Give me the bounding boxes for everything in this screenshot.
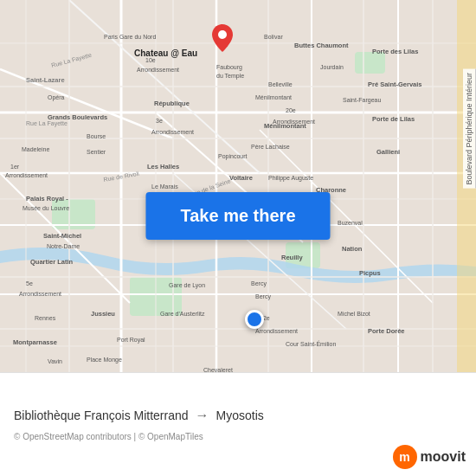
svg-text:1er: 1er [10, 164, 20, 170]
svg-text:Ménilmontant: Ménilmontant [264, 122, 306, 130]
svg-text:Bercy: Bercy [255, 293, 271, 300]
svg-text:Faubourg: Faubourg [216, 64, 242, 71]
bottom-bar: Bibliothèque François Mitterrand → Myoso… [0, 372, 476, 476]
svg-text:Bercy: Bercy [251, 280, 267, 287]
svg-text:Buzenval: Buzenval [338, 220, 363, 226]
svg-text:Popincourt: Popincourt [218, 153, 248, 160]
svg-text:Madeleine: Madeleine [22, 146, 49, 152]
svg-text:Bolívar: Bolívar [264, 34, 283, 40]
svg-text:Notre-Dame: Notre-Dame [47, 243, 80, 249]
svg-text:Philippe Auguste: Philippe Auguste [268, 175, 313, 182]
svg-text:Porte Dorée: Porte Dorée [368, 327, 405, 335]
svg-text:Cour Saint-Émilion: Cour Saint-Émilion [286, 340, 336, 347]
moovit-icon: m [393, 445, 417, 469]
svg-text:Arrondissement: Arrondissement [19, 291, 61, 297]
svg-text:10e: 10e [145, 57, 156, 63]
svg-text:Michel Bizot: Michel Bizot [338, 311, 370, 317]
svg-text:Rennes: Rennes [35, 315, 56, 321]
svg-text:Palais Royal -: Palais Royal - [26, 195, 68, 203]
svg-text:Port Royal: Port Royal [117, 337, 145, 344]
svg-text:Nation: Nation [342, 245, 363, 253]
svg-text:Sentier: Sentier [87, 149, 106, 155]
svg-text:Jourdain: Jourdain [320, 64, 344, 70]
from-label: Bibliothèque François Mitterrand [14, 408, 189, 422]
svg-text:Opéra: Opéra [48, 94, 65, 101]
to-label: Myosotis [216, 408, 264, 422]
svg-text:Place Monge: Place Monge [87, 357, 122, 363]
svg-text:3e: 3e [156, 118, 163, 124]
svg-text:Voltaire: Voltaire [229, 174, 253, 182]
svg-text:République: République [154, 100, 190, 107]
svg-text:Quartier Latin: Quartier Latin [30, 258, 74, 266]
svg-text:Pré Saint-Gervais: Pré Saint-Gervais [368, 80, 422, 88]
svg-text:du Temple: du Temple [216, 73, 244, 80]
svg-text:Jussieu: Jussieu [91, 310, 115, 318]
svg-text:Arrondissement: Arrondissement [255, 328, 298, 334]
moovit-logo: m moovit [393, 445, 466, 469]
map-container: Rue La Fayette Rue de Rivoli Rue de la S… [0, 0, 476, 372]
svg-text:Les Halles: Les Halles [147, 163, 179, 170]
origin-pin [212, 24, 233, 52]
moovit-text: moovit [421, 449, 466, 465]
svg-text:Musée du Louvre: Musée du Louvre [23, 205, 69, 211]
svg-text:Grands Boulevards: Grands Boulevards [48, 113, 107, 121]
svg-text:Rue La Fayette: Rue La Fayette [26, 120, 68, 127]
svg-text:Père Lachaise: Père Lachaise [251, 144, 290, 150]
route-arrow-icon: → [196, 408, 209, 423]
svg-text:Paris Gare du Nord: Paris Gare du Nord [104, 34, 156, 40]
svg-text:Le Marais: Le Marais [151, 183, 178, 190]
svg-text:Montparnasse: Montparnasse [13, 338, 57, 346]
svg-text:Bourse: Bourse [87, 133, 106, 139]
svg-text:Ménilmontant: Ménilmontant [255, 94, 292, 100]
svg-text:Buttes Chaumont: Buttes Chaumont [294, 42, 349, 49]
svg-text:Belleville: Belleville [268, 81, 293, 87]
side-label: Boulevard Périphérique Intérieur [463, 69, 476, 189]
svg-text:Gare de Lyon: Gare de Lyon [169, 282, 205, 289]
svg-text:Saint-Fargeau: Saint-Fargeau [343, 97, 381, 104]
svg-text:Arrondissement: Arrondissement [151, 129, 194, 135]
take-me-there-button[interactable]: Take me there [145, 192, 330, 240]
svg-text:Porte de Lilas: Porte de Lilas [372, 115, 415, 123]
svg-text:Chevaleret: Chevaleret [203, 367, 233, 372]
svg-text:Picpus: Picpus [359, 269, 381, 277]
svg-text:20e: 20e [286, 107, 296, 113]
attribution: © OpenStreetMap contributors | © OpenMap… [14, 432, 462, 441]
svg-text:Arrondissement: Arrondissement [137, 67, 179, 73]
destination-pin [245, 310, 264, 329]
svg-text:Arrondissement: Arrondissement [5, 172, 48, 178]
svg-text:Porte des Lilas: Porte des Lilas [372, 48, 418, 55]
svg-text:Gare d'Austerlitz: Gare d'Austerlitz [160, 311, 205, 317]
route-row: Bibliothèque François Mitterrand → Myoso… [14, 408, 462, 423]
svg-text:5e: 5e [26, 280, 33, 286]
svg-text:Reuilly: Reuilly [281, 254, 303, 261]
svg-point-111 [218, 30, 227, 39]
svg-text:Saint-Michel: Saint-Michel [43, 232, 81, 240]
svg-text:Saint-Lazare: Saint-Lazare [26, 76, 65, 84]
chateau-label: Chateau @ Eau [134, 48, 197, 58]
svg-text:Vavin: Vavin [48, 358, 62, 364]
svg-text:Gallieni: Gallieni [376, 148, 400, 156]
